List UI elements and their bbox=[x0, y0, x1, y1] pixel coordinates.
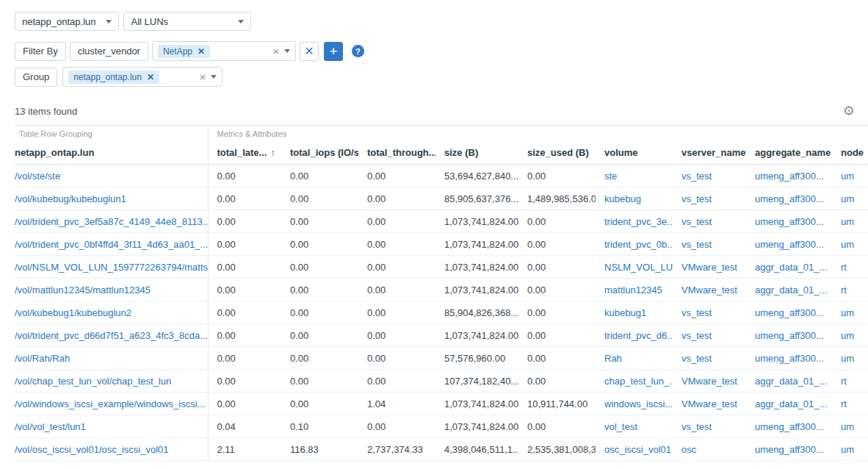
aggregate_name-link[interactable]: umeng_aff300... bbox=[755, 421, 824, 432]
node-link[interactable]: um bbox=[841, 193, 854, 204]
node-link[interactable]: rt bbox=[841, 376, 847, 387]
node-link[interactable]: um bbox=[841, 239, 854, 250]
node-link[interactable]: um bbox=[841, 421, 854, 432]
add-filter-button[interactable]: + bbox=[324, 42, 343, 61]
filter-attribute-button[interactable]: cluster_vendor bbox=[70, 42, 148, 61]
volume-link[interactable]: osc_iscsi_vol01 bbox=[604, 444, 671, 455]
view-selector-dropdown[interactable]: All LUNs bbox=[123, 12, 251, 31]
entity-selector-dropdown[interactable]: netapp_ontap.lun bbox=[15, 12, 119, 31]
volume-link[interactable]: mattlun12345 bbox=[604, 284, 662, 296]
vserver_name-link[interactable]: vs_test bbox=[681, 307, 712, 318]
aggregate_name-link[interactable]: aggr_data_01_... bbox=[755, 376, 827, 387]
vserver_name-link[interactable]: VMware_test bbox=[681, 262, 737, 273]
vserver_name-link[interactable]: VMware_test bbox=[681, 284, 737, 296]
aggregate_name-link[interactable]: umeng_aff300... bbox=[755, 171, 824, 182]
sort-ascending-icon[interactable]: ↑ bbox=[270, 147, 275, 158]
lun-link[interactable]: /vol/trident_pvc_3ef5a87c_4149_44e8_8113… bbox=[15, 216, 208, 227]
lun-link[interactable]: /vol/chap_test_lun_vol/chap_test_lun bbox=[15, 376, 171, 387]
vserver_name-link[interactable]: vs_test bbox=[681, 421, 712, 432]
vserver_name-link[interactable]: vs_test bbox=[681, 353, 712, 364]
aggregate_name-link[interactable]: aggr_data_01_... bbox=[755, 284, 827, 296]
lun-link[interactable]: /vol/mattlun12345/mattlun12345 bbox=[15, 284, 151, 296]
aggregate_name-link[interactable]: umeng_aff300... bbox=[755, 444, 824, 455]
column-header-lun[interactable]: netapp_ontap.lun bbox=[15, 142, 208, 165]
node-link[interactable]: um bbox=[841, 307, 854, 318]
node-link[interactable]: um bbox=[841, 216, 854, 227]
aggregate_name-link[interactable]: aggr_data_01_... bbox=[755, 398, 827, 409]
help-icon[interactable]: ? bbox=[352, 45, 364, 57]
column-header-volume[interactable]: volume bbox=[596, 142, 673, 165]
aggregate_name-link[interactable]: aggr_data_01_... bbox=[755, 262, 827, 273]
clear-icon[interactable]: × bbox=[199, 71, 206, 82]
node-link[interactable]: rt bbox=[841, 262, 847, 273]
volume-link[interactable]: chap_test_lun_... bbox=[604, 376, 673, 387]
aggregate_name-link[interactable]: umeng_aff300... bbox=[755, 353, 824, 364]
gear-icon[interactable]: ⚙ bbox=[843, 104, 855, 118]
volume-link[interactable]: vol_test bbox=[604, 421, 637, 432]
column-header-size_used[interactable]: size_used (B) bbox=[518, 142, 596, 165]
column-header-size[interactable]: size (B) bbox=[435, 142, 518, 165]
clear-icon[interactable]: × bbox=[272, 46, 279, 57]
vserver_name-link[interactable]: VMware_test bbox=[681, 376, 737, 387]
chevron-down-icon[interactable] bbox=[211, 75, 217, 79]
vserver_name-link[interactable]: vs_test bbox=[681, 330, 712, 341]
aggregate_name-link[interactable]: umeng_aff300... bbox=[755, 193, 824, 204]
aggregate_name-link[interactable]: umeng_aff300... bbox=[755, 216, 824, 227]
lun-link[interactable]: /vol/ste/ste bbox=[15, 171, 60, 182]
cell-total_latency: 0.00 bbox=[208, 279, 281, 301]
lun-link[interactable]: /vol/osc_iscsi_vol01/osc_iscsi_vol01 bbox=[15, 444, 169, 455]
cell-volume: vol_test bbox=[596, 415, 673, 438]
chevron-down-icon[interactable] bbox=[284, 49, 290, 53]
volume-link[interactable]: windows_iscsi... bbox=[604, 398, 673, 409]
volume-link[interactable]: trident_pvc_3e... bbox=[604, 216, 673, 227]
lun-link[interactable]: /vol/windows_iscsi_example/windows_iscsi… bbox=[15, 398, 205, 409]
lun-link[interactable]: /vol/Rah/Rah bbox=[15, 353, 70, 364]
node-link[interactable]: rt bbox=[841, 284, 847, 296]
node-link[interactable]: um bbox=[841, 330, 854, 341]
filter-by-button[interactable]: Filter By bbox=[15, 42, 66, 61]
column-header-vserver_name[interactable]: vserver_name bbox=[673, 142, 746, 165]
node-link[interactable]: um bbox=[841, 171, 854, 182]
volume-link[interactable]: Rah bbox=[604, 353, 622, 364]
remove-tag-icon[interactable]: ✕ bbox=[198, 47, 205, 56]
cell-size_used: 0.00 bbox=[518, 279, 596, 301]
aggregate_name-link[interactable]: umeng_aff300... bbox=[755, 239, 824, 250]
aggregate_name-link[interactable]: umeng_aff300... bbox=[755, 307, 824, 318]
remove-filter-button[interactable]: ✕ bbox=[300, 42, 319, 61]
group-button[interactable]: Group bbox=[15, 68, 57, 87]
cell-lun: /vol/osc_iscsi_vol01/osc_iscsi_vol01 bbox=[15, 438, 208, 461]
lun-link[interactable]: /vol/trident_pvc_d66d7f51_a623_4fc3_8cda… bbox=[15, 330, 208, 341]
column-header-node[interactable]: node bbox=[832, 142, 868, 165]
lun-link[interactable]: /vol/kubebug/kubebuglun1 bbox=[15, 193, 126, 204]
cell-size: 107,374,182,40... bbox=[435, 370, 518, 393]
vserver_name-link[interactable]: VMware_test bbox=[681, 398, 737, 409]
vserver_name-link[interactable]: vs_test bbox=[681, 171, 712, 182]
volume-link[interactable]: trident_pvc_d6... bbox=[604, 330, 673, 341]
cell-lun: /vol/kubebug1/kubebuglun2 bbox=[15, 301, 208, 324]
lun-link[interactable]: /vol/vol_test/lun1 bbox=[15, 421, 86, 432]
volume-link[interactable]: kubebug1 bbox=[604, 307, 646, 318]
node-link[interactable]: um bbox=[841, 444, 854, 455]
column-header-total_iops[interactable]: total_iops (IO/s) bbox=[281, 142, 358, 165]
lun-link[interactable]: /vol/NSLM_VOL_LUN_1597772263794/matts... bbox=[15, 262, 208, 273]
volume-link[interactable]: kubebug bbox=[604, 193, 641, 204]
node-link[interactable]: um bbox=[841, 353, 854, 364]
node-link[interactable]: rt bbox=[841, 398, 847, 409]
cell-total_throughput: 2,737,374.33 bbox=[358, 438, 435, 461]
volume-link[interactable]: ste bbox=[604, 171, 617, 182]
vserver_name-link[interactable]: vs_test bbox=[681, 239, 712, 250]
vserver_name-link[interactable]: vs_test bbox=[681, 216, 712, 227]
vserver_name-link[interactable]: osc bbox=[681, 444, 696, 455]
lun-link[interactable]: /vol/trident_pvc_0bf4ffd4_3f11_4d63_aa01… bbox=[15, 239, 208, 250]
column-header-total_latency[interactable]: total_late...↑ bbox=[208, 142, 281, 165]
column-header-aggregate_name[interactable]: aggregate_name bbox=[746, 142, 832, 165]
lun-link[interactable]: /vol/kubebug1/kubebuglun2 bbox=[15, 307, 131, 318]
volume-link[interactable]: NSLM_VOL_LU... bbox=[604, 262, 673, 273]
filter-value-select[interactable]: NetApp ✕ × bbox=[152, 41, 296, 61]
aggregate_name-link[interactable]: umeng_aff300... bbox=[755, 330, 824, 341]
volume-link[interactable]: trident_pvc_0b... bbox=[604, 239, 673, 250]
column-header-total_throughput[interactable]: total_through... bbox=[358, 142, 435, 165]
remove-tag-icon[interactable]: ✕ bbox=[147, 73, 154, 82]
vserver_name-link[interactable]: vs_test bbox=[681, 193, 712, 204]
group-value-select[interactable]: netapp_ontap.lun ✕ × bbox=[62, 67, 223, 87]
